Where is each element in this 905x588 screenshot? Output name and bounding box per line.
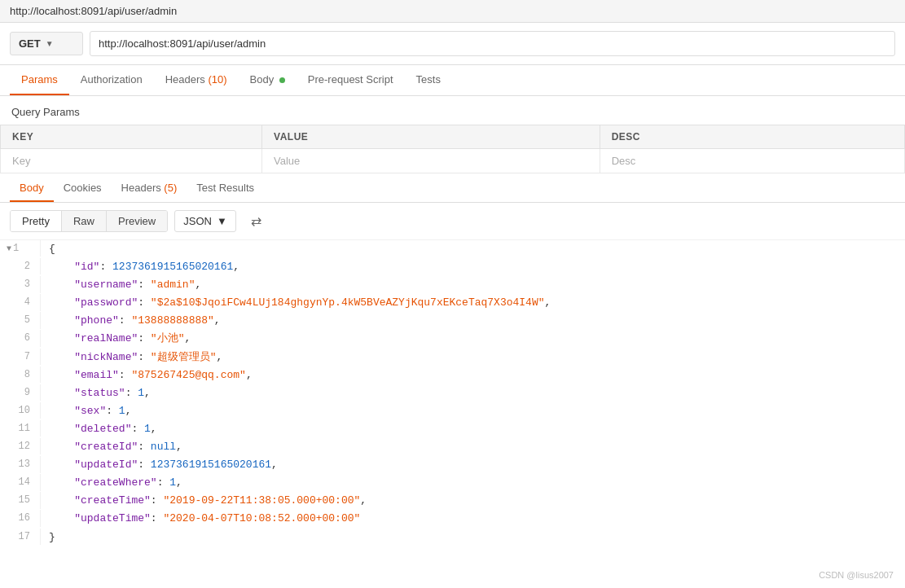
tab-body[interactable]: Body (239, 65, 297, 95)
chevron-down-icon: ▼ (217, 215, 227, 227)
url-input[interactable] (90, 31, 895, 56)
format-toolbar: Pretty Raw Preview JSON ▼ ⇄ (0, 203, 905, 240)
response-headers-badge: (5) (164, 182, 177, 194)
json-line: 6 "realName": "小池", (0, 330, 905, 348)
line-number-3: 3 (0, 276, 41, 292)
json-line: 9 "status": 1, (0, 384, 905, 402)
query-params-section: Query Params KEY VALUE DESC Key Value De… (0, 96, 905, 173)
json-line: 8 "email": "875267425@qq.com", (0, 366, 905, 384)
line-content-14: "createWhere": 1, (41, 474, 191, 492)
line-content-9: "status": 1, (41, 384, 159, 402)
line-content-6: "realName": "小池", (41, 330, 199, 348)
line-number-17: 17 (0, 529, 41, 545)
request-line: GET ▼ (0, 23, 905, 65)
line-number-2: 2 (0, 258, 41, 274)
json-line: 12 "createId": null, (0, 438, 905, 456)
line-number-4: 4 (0, 294, 41, 310)
line-content-7: "nickName": "超级管理员", (41, 349, 231, 366)
line-content-13: "updateId": 1237361915165020161, (41, 456, 286, 474)
url-bar: http://localhost:8091/api/user/admin (0, 0, 905, 23)
json-line: 14 "createWhere": 1, (0, 474, 905, 492)
json-line: 3 "username": "admin", (0, 276, 905, 294)
response-tabs: Body Cookies Headers (5) Test Results (0, 175, 905, 203)
json-line: ▼ 1 { (0, 240, 905, 258)
line-content-3: "username": "admin", (41, 276, 209, 294)
line-number-8: 8 (0, 366, 41, 383)
method-select[interactable]: GET ▼ (10, 32, 83, 55)
line-content-17: } (41, 529, 64, 546)
json-line: 10 "sex": 1, (0, 402, 905, 420)
preview-button[interactable]: Preview (107, 211, 167, 231)
line-number-15: 15 (0, 492, 41, 508)
line-content-11: "deleted": 1, (41, 420, 165, 438)
line-content-2: "id": 1237361915165020161, (41, 258, 248, 276)
params-table: KEY VALUE DESC Key Value Desc (0, 125, 905, 173)
tab-pre-request[interactable]: Pre-request Script (297, 65, 405, 95)
table-row: Key Value Desc (1, 149, 905, 173)
json-line: 11 "deleted": 1, (0, 420, 905, 438)
request-tabs: Params Authorization Headers (10) Body P… (0, 65, 905, 96)
line-content-5: "phone": "13888888888", (41, 312, 229, 330)
json-line: 2 "id": 1237361915165020161, (0, 258, 905, 276)
response-tab-headers[interactable]: Headers (5) (112, 175, 187, 202)
line-content-15: "createTime": "2019-09-22T11:38:05.000+0… (41, 492, 375, 510)
tab-params[interactable]: Params (10, 65, 69, 95)
line-number-9: 9 (0, 384, 41, 401)
chevron-down-icon: ▼ (46, 39, 54, 48)
json-label: JSON (183, 215, 212, 227)
url-bar-text: http://localhost:8091/api/user/admin (10, 5, 177, 17)
line-number-10: 10 (0, 402, 41, 419)
body-dot (279, 77, 285, 83)
col-desc: DESC (600, 125, 904, 149)
key-placeholder: Key (12, 155, 30, 167)
headers-badge: (10) (208, 73, 226, 86)
view-format-group: Pretty Raw Preview (10, 210, 168, 232)
json-line: 15 "createTime": "2019-09-22T11:38:05.00… (0, 492, 905, 510)
col-key: KEY (1, 125, 262, 149)
query-params-title: Query Params (0, 96, 905, 125)
line-number-6: 6 (0, 330, 41, 346)
json-line: 5 "phone": "13888888888", (0, 312, 905, 330)
value-placeholder: Value (274, 155, 300, 167)
wrap-icon: ⇄ (251, 214, 261, 228)
raw-button[interactable]: Raw (62, 211, 107, 231)
response-tab-cookies[interactable]: Cookies (54, 175, 112, 202)
line-content-8: "email": "875267425@qq.com", (41, 366, 261, 384)
json-content: ▼ 1 { 2 "id": 1237361915165020161, 3 "us… (0, 240, 905, 546)
method-label: GET (19, 37, 41, 50)
json-format-selector[interactable]: JSON ▼ (174, 210, 236, 232)
pretty-button[interactable]: Pretty (11, 211, 62, 231)
line-number-7: 7 (0, 349, 41, 365)
line-number-5: 5 (0, 312, 41, 328)
line-content-10: "sex": 1, (41, 402, 139, 420)
json-line: 16 "updateTime": "2020-04-07T10:08:52.00… (0, 510, 905, 528)
response-tab-body[interactable]: Body (10, 175, 54, 202)
line-number-12: 12 (0, 438, 41, 454)
json-line: 17 } (0, 529, 905, 546)
line-number-1: ▼ 1 (0, 240, 41, 257)
json-line: 4 "password": "$2a$10$JqoiFCw4LUj184ghgy… (0, 294, 905, 312)
value-input-cell[interactable]: Value (262, 149, 600, 173)
tab-headers[interactable]: Headers (10) (154, 65, 239, 95)
line-content-16: "updateTime": "2020-04-07T10:08:52.000+0… (41, 510, 368, 528)
desc-placeholder: Desc (612, 155, 636, 167)
tab-tests[interactable]: Tests (405, 65, 452, 95)
json-line: 7 "nickName": "超级管理员", (0, 349, 905, 366)
key-input-cell[interactable]: Key (1, 149, 262, 173)
line-number-13: 13 (0, 456, 41, 472)
col-value: VALUE (262, 125, 600, 149)
desc-input-cell[interactable]: Desc (600, 149, 904, 173)
line-number-14: 14 (0, 474, 41, 490)
line-number-16: 16 (0, 510, 41, 526)
response-tab-test-results[interactable]: Test Results (187, 175, 264, 202)
line-content-4: "password": "$2a$10$JqoiFCw4LUj184ghgynY… (41, 294, 559, 312)
tab-authorization[interactable]: Authorization (69, 65, 154, 95)
line-content-1: { (41, 240, 64, 258)
collapse-arrow[interactable]: ▼ (7, 242, 11, 256)
line-content-12: "createId": null, (41, 438, 191, 456)
line-number-11: 11 (0, 420, 41, 437)
wrap-button[interactable]: ⇄ (243, 209, 270, 233)
json-line: 13 "updateId": 1237361915165020161, (0, 456, 905, 474)
